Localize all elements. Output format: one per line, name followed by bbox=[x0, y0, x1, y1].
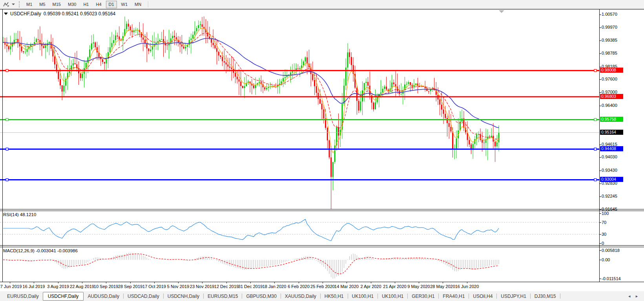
time-axis-tick bbox=[347, 282, 347, 283]
macd-chart-svg[interactable] bbox=[0, 247, 599, 282]
price-axis-label: 0.99970 bbox=[602, 25, 617, 29]
timeframe-w1-button[interactable]: W1 bbox=[119, 1, 131, 8]
tab-usdcnh-daily[interactable]: USDCNH,Daily bbox=[164, 292, 203, 300]
time-axis-label: 28 Sep 2019 bbox=[117, 284, 144, 289]
macd-axis-label: 0.005818 bbox=[602, 248, 620, 253]
time-axis-tick bbox=[250, 282, 251, 283]
chart-title: USDCHF,Daily 0.95039 0.95241 0.95023 0.9… bbox=[4, 11, 115, 17]
tab-ger30-h1[interactable]: GER30,H1 bbox=[408, 292, 438, 300]
tab-usdjpy-h1[interactable]: USDJPY,H1 bbox=[497, 292, 530, 300]
tab-usoil-h4[interactable]: USOil,H4 bbox=[469, 292, 496, 300]
price-axis-label: 0.96400 bbox=[602, 103, 617, 108]
rsi-axis-label: 30 bbox=[602, 232, 606, 237]
time-axis-label: 16 Jun 2020 bbox=[453, 284, 481, 289]
rsi-axis-label: 100 bbox=[602, 211, 609, 216]
rsi-axis-label: 70 bbox=[602, 220, 606, 225]
time-axis-tick bbox=[154, 282, 155, 283]
macd-indicator-label: MACD(12,26,9) -0.003041 -0.003986 bbox=[3, 248, 78, 253]
time-axis-tick bbox=[274, 282, 275, 283]
hline-price-label: 0.96803 bbox=[600, 94, 623, 99]
time-axis-label: 23 Nov 2019 bbox=[188, 284, 216, 289]
time-axis-tick bbox=[467, 282, 467, 283]
timeframe-m30-button[interactable]: M30 bbox=[65, 1, 79, 8]
chart-shift-marker[interactable] bbox=[499, 10, 504, 13]
price-axis-label: 0.99385 bbox=[602, 38, 617, 42]
tab-audusd-daily[interactable]: AUDUSD,Daily bbox=[84, 292, 123, 300]
time-axis-tick bbox=[58, 282, 58, 283]
timeframe-m15-button[interactable]: M15 bbox=[50, 1, 64, 8]
price-axis-label: 0.93430 bbox=[602, 168, 617, 173]
tab-eurusd-m15[interactable]: EURUSD,M15 bbox=[204, 292, 242, 300]
rsi-indicator-label: RSI(14) 48.1210 bbox=[3, 212, 36, 217]
macd-axis-label: -0.011514 bbox=[602, 276, 621, 281]
timeframe-toolbar: M1 M5 M15 M30 H1 H4 D1 W1 MN bbox=[0, 0, 644, 9]
tab-usdcad-daily[interactable]: USDCAD,Daily bbox=[124, 292, 163, 300]
time-axis-label: 2 Apr 2020 bbox=[357, 284, 385, 289]
dropdown-caret-icon[interactable] bbox=[12, 4, 15, 5]
timeframe-mn-button[interactable]: MN bbox=[132, 1, 144, 8]
rsi-chart-canvas[interactable] bbox=[0, 211, 599, 247]
time-axis-label: 16 Jul 2019 bbox=[20, 284, 47, 289]
time-axis[interactable]: 27 Jun 201916 Jul 20193 Aug 201922 Aug 2… bbox=[0, 282, 644, 291]
time-axis-label: 9 May 2020 bbox=[405, 284, 432, 289]
price-axis-label: 0.94030 bbox=[602, 154, 617, 159]
rsi-pane[interactable]: RSI(14) 48.1210 10070300 bbox=[0, 211, 644, 246]
collapse-caret-icon[interactable] bbox=[4, 13, 8, 15]
tab-scroll-controls: ◄ ► bbox=[628, 294, 644, 298]
timeframe-h4-button[interactable]: H4 bbox=[93, 1, 104, 8]
price-axis-label: 0.92245 bbox=[602, 194, 617, 198]
timeframe-d1-button[interactable]: D1 bbox=[106, 1, 117, 8]
toolbar-drag-handle[interactable] bbox=[19, 1, 20, 7]
chart-cursor-icon[interactable] bbox=[2, 1, 10, 7]
tab-scroll-left-icon[interactable]: ◄ bbox=[628, 294, 631, 298]
chart-window: USDCHF,Daily 0.95039 0.95241 0.95023 0.9… bbox=[0, 9, 644, 292]
tab-fra40-h1[interactable]: FRA40,H1 bbox=[439, 292, 469, 300]
time-axis-tick bbox=[10, 282, 10, 283]
tab-xauusd-daily[interactable]: XAUUSD,Daily bbox=[281, 292, 320, 300]
hline-price-label: 0.94408 bbox=[600, 146, 623, 151]
chart-tabs-bar: EURUSD,Daily USDCHF,Daily AUDUSD,Daily U… bbox=[0, 291, 644, 301]
tab-scroll-right-icon[interactable]: ► bbox=[635, 294, 639, 298]
tab-gbpusd-m30[interactable]: GBPUSD,M30 bbox=[242, 292, 280, 300]
rsi-chart-svg[interactable] bbox=[0, 211, 599, 245]
macd-chart-canvas[interactable] bbox=[0, 247, 599, 283]
tab-uk100-h1[interactable]: UK100,H1 bbox=[348, 292, 378, 300]
time-axis-label: 31 Dec 2019 bbox=[237, 284, 264, 289]
time-axis-tick bbox=[323, 282, 323, 283]
tab-eurusd-daily[interactable]: EURUSD,Daily bbox=[3, 292, 43, 300]
time-axis-label: 14 Mar 2020 bbox=[333, 284, 360, 289]
time-axis-tick bbox=[130, 282, 131, 283]
time-axis-label: 6 Feb 2020 bbox=[285, 284, 312, 289]
time-axis-tick bbox=[226, 282, 227, 283]
hline-price-label: 0.93004 bbox=[600, 177, 623, 182]
chart-symbol-period: USDCHF,Daily bbox=[10, 11, 41, 17]
time-axis-label: 10 Sep 2019 bbox=[92, 284, 120, 289]
timeframe-m5-button[interactable]: M5 bbox=[36, 1, 48, 8]
tab-usdchf-daily[interactable]: USDCHF,Daily bbox=[43, 292, 84, 301]
current-price-label: 0.95164 bbox=[600, 130, 623, 135]
price-axis-label: 0.97600 bbox=[602, 77, 617, 81]
price-chart-canvas[interactable] bbox=[0, 9, 599, 211]
toolbar-separator bbox=[148, 1, 149, 7]
price-pane[interactable]: USDCHF,Daily 0.95039 0.95241 0.95023 0.9… bbox=[0, 9, 644, 209]
time-axis-label: 17 Oct 2019 bbox=[140, 284, 168, 289]
time-axis-label: 21 Apr 2020 bbox=[381, 284, 409, 289]
time-axis-tick bbox=[443, 282, 443, 283]
timeframe-m1-button[interactable]: M1 bbox=[24, 1, 35, 8]
time-axis-label: 22 Aug 2019 bbox=[68, 284, 96, 289]
time-axis-tick bbox=[202, 282, 203, 283]
chart-left-border bbox=[2, 9, 3, 282]
time-axis-tick bbox=[106, 282, 106, 283]
axis-divider-line bbox=[599, 9, 600, 282]
macd-pane[interactable]: MACD(12,26,9) -0.003041 -0.003986 0.0058… bbox=[0, 247, 644, 282]
tab-uk100-h1-2[interactable]: UK100,H1 bbox=[378, 292, 407, 300]
tab-dj30-m15[interactable]: DJ30,M15 bbox=[531, 292, 560, 300]
time-axis-tick bbox=[34, 282, 34, 283]
timeframe-h1-button[interactable]: H1 bbox=[80, 1, 91, 8]
tab-hk50-h1[interactable]: HK50,H1 bbox=[321, 292, 348, 300]
time-axis-tick bbox=[178, 282, 179, 283]
time-axis-tick bbox=[299, 282, 299, 283]
price-chart-svg[interactable] bbox=[0, 9, 599, 209]
hline-price-label: 0.98008 bbox=[600, 68, 623, 73]
time-axis-tick bbox=[419, 282, 419, 283]
